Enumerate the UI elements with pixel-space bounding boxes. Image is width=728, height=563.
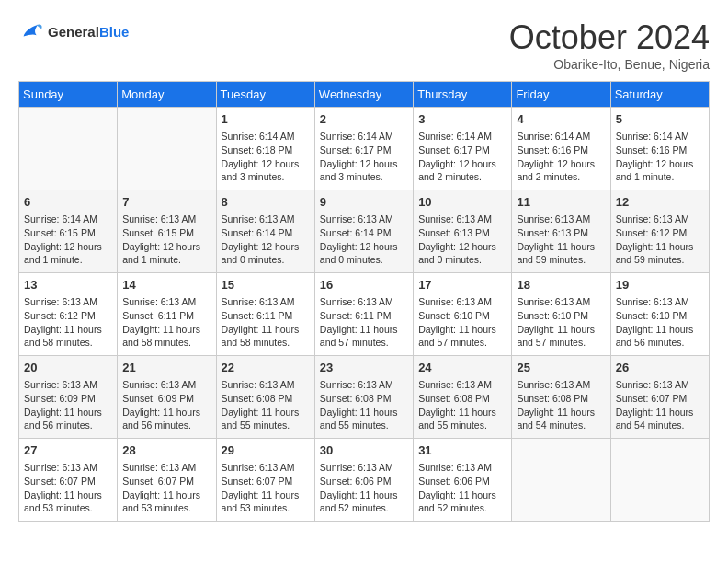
cell-info: Daylight: 11 hours and 53 minutes. xyxy=(222,488,310,515)
cell-info: Sunrise: 6:14 AM xyxy=(320,130,408,144)
cell-info: Sunrise: 6:13 AM xyxy=(122,378,210,392)
day-number: 4 xyxy=(517,111,605,128)
cell-info: Sunset: 6:08 PM xyxy=(222,392,310,406)
day-number: 1 xyxy=(222,111,310,128)
cell-info: Sunset: 6:13 PM xyxy=(517,226,605,240)
day-number: 21 xyxy=(122,360,210,376)
cell-info: Daylight: 11 hours and 57 minutes. xyxy=(418,323,506,350)
cell-info: Sunset: 6:07 PM xyxy=(616,392,704,406)
cell-info: Sunrise: 6:13 AM xyxy=(222,378,310,392)
day-number: 17 xyxy=(418,277,506,293)
cell-info: Sunset: 6:08 PM xyxy=(320,392,408,406)
day-number: 23 xyxy=(320,360,408,376)
cell-info: Daylight: 12 hours and 0 minutes. xyxy=(320,240,408,267)
cell-info: Sunrise: 6:13 AM xyxy=(616,378,704,392)
cell-info: Daylight: 11 hours and 57 minutes. xyxy=(320,323,408,350)
week-row-2: 6Sunrise: 6:14 AMSunset: 6:15 PMDaylight… xyxy=(19,190,710,273)
cell-info: Sunrise: 6:13 AM xyxy=(320,213,408,226)
cell-info: Sunset: 6:09 PM xyxy=(122,392,210,406)
day-header-friday: Friday xyxy=(512,82,610,108)
day-header-tuesday: Tuesday xyxy=(216,82,314,108)
day-number: 11 xyxy=(517,194,605,211)
cell-info: Daylight: 11 hours and 58 minutes. xyxy=(122,323,210,350)
calendar-cell: 2Sunrise: 6:14 AMSunset: 6:17 PMDaylight… xyxy=(314,108,413,190)
cell-info: Daylight: 11 hours and 58 minutes. xyxy=(24,323,112,350)
logo: GeneralBlue xyxy=(18,18,129,44)
calendar-cell: 17Sunrise: 6:13 AMSunset: 6:10 PMDayligh… xyxy=(414,273,512,356)
cell-info: Daylight: 11 hours and 55 minutes. xyxy=(418,406,506,432)
calendar-cell xyxy=(512,439,610,522)
day-number: 14 xyxy=(122,277,210,293)
calendar-cell: 19Sunrise: 6:13 AMSunset: 6:10 PMDayligh… xyxy=(610,273,709,356)
calendar-cell: 18Sunrise: 6:13 AMSunset: 6:10 PMDayligh… xyxy=(512,273,610,356)
cell-info: Sunrise: 6:13 AM xyxy=(320,378,408,392)
calendar-cell: 13Sunrise: 6:13 AMSunset: 6:12 PMDayligh… xyxy=(19,273,118,356)
cell-info: Sunrise: 6:13 AM xyxy=(222,295,310,309)
calendar-table: SundayMondayTuesdayWednesdayThursdayFrid… xyxy=(18,81,710,522)
cell-info: Daylight: 11 hours and 52 minutes. xyxy=(418,488,506,515)
cell-info: Sunrise: 6:13 AM xyxy=(418,461,506,475)
cell-info: Daylight: 11 hours and 56 minutes. xyxy=(24,406,112,432)
cell-info: Sunset: 6:17 PM xyxy=(320,144,408,157)
cell-info: Sunrise: 6:13 AM xyxy=(222,213,310,226)
cell-info: Sunrise: 6:13 AM xyxy=(418,378,506,392)
week-row-1: 1Sunrise: 6:14 AMSunset: 6:18 PMDaylight… xyxy=(19,108,710,190)
cell-info: Daylight: 11 hours and 59 minutes. xyxy=(517,240,605,267)
cell-info: Sunset: 6:08 PM xyxy=(517,392,605,406)
cell-info: Sunset: 6:18 PM xyxy=(222,144,310,157)
cell-info: Daylight: 11 hours and 57 minutes. xyxy=(517,323,605,350)
cell-info: Sunset: 6:09 PM xyxy=(24,392,112,406)
month-title: October 2024 xyxy=(509,18,710,57)
cell-info: Sunrise: 6:14 AM xyxy=(222,130,310,144)
cell-info: Sunset: 6:12 PM xyxy=(616,226,704,240)
cell-info: Sunset: 6:17 PM xyxy=(418,144,506,157)
day-header-monday: Monday xyxy=(118,82,216,108)
calendar-cell xyxy=(19,108,118,190)
cell-info: Sunset: 6:12 PM xyxy=(24,309,112,323)
cell-info: Sunrise: 6:13 AM xyxy=(222,461,310,475)
cell-info: Daylight: 11 hours and 56 minutes. xyxy=(616,323,704,350)
cell-info: Sunset: 6:10 PM xyxy=(517,309,605,323)
cell-info: Sunset: 6:14 PM xyxy=(222,226,310,240)
day-number: 18 xyxy=(517,277,605,293)
week-row-5: 27Sunrise: 6:13 AMSunset: 6:07 PMDayligh… xyxy=(19,439,710,522)
cell-info: Sunset: 6:14 PM xyxy=(320,226,408,240)
cell-info: Sunset: 6:10 PM xyxy=(418,309,506,323)
cell-info: Daylight: 12 hours and 1 minute. xyxy=(122,240,210,267)
calendar-cell: 7Sunrise: 6:13 AMSunset: 6:15 PMDaylight… xyxy=(118,190,216,273)
location: Obarike-Ito, Benue, Nigeria xyxy=(509,57,710,72)
cell-info: Sunset: 6:07 PM xyxy=(24,475,112,488)
day-number: 8 xyxy=(222,194,310,211)
day-number: 28 xyxy=(122,442,210,459)
cell-info: Sunrise: 6:13 AM xyxy=(122,213,210,226)
cell-info: Sunset: 6:11 PM xyxy=(222,309,310,323)
calendar-cell: 3Sunrise: 6:14 AMSunset: 6:17 PMDaylight… xyxy=(414,108,512,190)
cell-info: Sunrise: 6:14 AM xyxy=(517,130,605,144)
calendar-cell: 29Sunrise: 6:13 AMSunset: 6:07 PMDayligh… xyxy=(216,439,314,522)
cell-info: Sunset: 6:06 PM xyxy=(320,475,408,488)
day-number: 7 xyxy=(122,194,210,211)
cell-info: Sunset: 6:15 PM xyxy=(24,226,112,240)
cell-info: Daylight: 11 hours and 52 minutes. xyxy=(320,488,408,515)
day-number: 9 xyxy=(320,194,408,211)
days-header-row: SundayMondayTuesdayWednesdayThursdayFrid… xyxy=(19,82,710,108)
cell-info: Daylight: 12 hours and 0 minutes. xyxy=(222,240,310,267)
day-number: 5 xyxy=(616,111,704,128)
cell-info: Sunrise: 6:13 AM xyxy=(122,295,210,309)
cell-info: Sunset: 6:07 PM xyxy=(222,475,310,488)
cell-info: Daylight: 11 hours and 59 minutes. xyxy=(616,240,704,267)
day-header-thursday: Thursday xyxy=(414,82,512,108)
day-number: 19 xyxy=(616,277,704,293)
calendar-cell: 9Sunrise: 6:13 AMSunset: 6:14 PMDaylight… xyxy=(314,190,413,273)
cell-info: Sunrise: 6:13 AM xyxy=(418,213,506,226)
calendar-cell: 26Sunrise: 6:13 AMSunset: 6:07 PMDayligh… xyxy=(610,356,709,439)
cell-info: Sunrise: 6:13 AM xyxy=(418,295,506,309)
day-number: 6 xyxy=(24,194,112,211)
calendar-cell: 10Sunrise: 6:13 AMSunset: 6:13 PMDayligh… xyxy=(414,190,512,273)
cell-info: Daylight: 11 hours and 54 minutes. xyxy=(517,406,605,432)
day-number: 25 xyxy=(517,360,605,376)
cell-info: Sunrise: 6:13 AM xyxy=(320,461,408,475)
calendar-cell: 21Sunrise: 6:13 AMSunset: 6:09 PMDayligh… xyxy=(118,356,216,439)
cell-info: Sunrise: 6:13 AM xyxy=(517,213,605,226)
cell-info: Sunset: 6:07 PM xyxy=(122,475,210,488)
